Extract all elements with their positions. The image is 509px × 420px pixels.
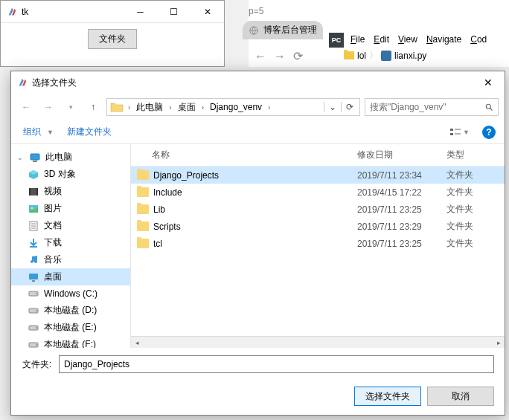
breadcrumb-item[interactable]: 桌面 (175, 101, 199, 114)
tree-item-doc[interactable]: 文档 (11, 217, 130, 234)
dialog-titlebar[interactable]: 选择文件夹 ✕ (11, 71, 505, 94)
chevron-right-icon[interactable]: › (199, 103, 207, 112)
breadcrumb-refresh-button[interactable]: ⟳ (341, 102, 358, 112)
file-row[interactable]: Lib2019/7/11 23:25文件夹 (131, 201, 505, 218)
scroll-left-icon[interactable]: ◂ (131, 337, 143, 348)
svg-rect-11 (36, 188, 38, 196)
feather-icon (17, 77, 28, 88)
tree-item-drive[interactable]: 本地磁盘 (E:) (11, 319, 130, 336)
file-type: 文件夹 (446, 169, 499, 181)
minimize-button[interactable]: ─ (124, 1, 157, 22)
svg-point-24 (36, 310, 37, 311)
menu-view[interactable]: View (395, 33, 420, 46)
tree-item-3d[interactable]: 3D 对象 (11, 166, 130, 183)
folder-button[interactable]: 文件夹 (88, 29, 137, 49)
file-date: 2019/7/11 23:25 (357, 204, 446, 215)
nav-back-button[interactable]: ← (17, 98, 35, 116)
tree-item-desktop[interactable]: 桌面 (11, 268, 130, 285)
back-icon[interactable]: ← (254, 50, 266, 63)
folder-icon (137, 239, 149, 248)
menu-edit[interactable]: Edit (371, 33, 392, 46)
breadcrumb-item[interactable]: 此电脑 (133, 101, 166, 114)
view-options-button[interactable]: ▼ (446, 125, 473, 140)
feather-icon (7, 7, 17, 17)
desktop-icon (28, 271, 39, 283)
forward-icon[interactable]: → (274, 50, 286, 63)
reload-icon[interactable]: ⟳ (293, 49, 303, 63)
tk-title: tk (22, 7, 124, 17)
breadcrumb-dropdown-button[interactable]: ⌄ (324, 102, 341, 112)
tree-item-label: 图片 (44, 202, 62, 215)
menu-navigate[interactable]: Navigate (423, 33, 464, 46)
maximize-button[interactable]: ☐ (157, 1, 191, 22)
chevron-right-icon[interactable]: › (265, 103, 273, 112)
nav-forward-button[interactable]: → (39, 98, 57, 116)
tree-item-label: 音乐 (44, 253, 62, 266)
scroll-right-icon[interactable]: ▸ (493, 337, 505, 348)
tk-titlebar[interactable]: tk ─ ☐ ✕ (1, 1, 224, 23)
menu-file[interactable]: File (348, 33, 368, 46)
breadcrumb-item[interactable]: Django_venv (207, 102, 265, 112)
ide-icon: PC (329, 33, 344, 48)
file-row[interactable]: Scripts2019/7/11 23:29文件夹 (131, 218, 505, 235)
help-button[interactable]: ? (482, 126, 496, 139)
column-name[interactable]: 名称 (137, 149, 357, 161)
organize-menu[interactable]: 组织 (20, 126, 44, 138)
tree-item-label: 桌面 (44, 271, 62, 283)
tree-item-drive[interactable]: 本地磁盘 (D:) (11, 302, 130, 319)
folder-icon (344, 51, 354, 59)
tree-item-label: 视频 (44, 185, 62, 198)
drive-icon (28, 288, 39, 300)
tree-item-download[interactable]: 下载 (11, 234, 130, 251)
file-list-header[interactable]: 名称 修改日期 类型 (131, 144, 505, 167)
tree-item-picture[interactable]: 图片 (11, 200, 130, 217)
crumb-folder[interactable]: lol (357, 51, 366, 61)
file-row[interactable]: Include2019/4/15 17:22文件夹 (131, 184, 505, 201)
tree-item-video[interactable]: 视频 (11, 183, 130, 200)
tree-item-pc[interactable]: ⌄此电脑 (11, 149, 130, 166)
file-row[interactable]: tcl2019/7/11 23:25文件夹 (131, 235, 505, 252)
file-type: 文件夹 (446, 220, 499, 233)
svg-rect-8 (33, 161, 37, 162)
nav-recent-button[interactable]: ▾ (62, 98, 80, 116)
search-box[interactable] (365, 98, 499, 116)
dialog-close-button[interactable]: ✕ (473, 72, 503, 93)
tree-item-drive[interactable]: 本地磁盘 (F:) (11, 336, 130, 348)
horizontal-scrollbar[interactable]: ◂ ▸ (131, 336, 505, 348)
filename-row: 文件夹: (11, 348, 505, 381)
svg-point-28 (36, 344, 37, 346)
select-folder-button[interactable]: 选择文件夹 (354, 387, 421, 406)
file-name-label: Scripts (153, 222, 181, 232)
file-name-label: Django_Projects (153, 170, 219, 181)
file-type: 文件夹 (446, 203, 499, 216)
browser-tab[interactable]: 博客后台管理 (243, 21, 323, 39)
file-list[interactable]: Django_Projects2019/7/11 23:34文件夹Include… (131, 167, 505, 336)
chevron-right-icon[interactable]: › (166, 103, 174, 112)
tree-item-music[interactable]: 音乐 (11, 251, 130, 268)
search-icon[interactable] (484, 102, 493, 112)
filename-input[interactable] (59, 355, 494, 373)
nav-up-button[interactable]: ↑ (84, 98, 102, 116)
collapse-icon[interactable]: ⌄ (17, 154, 25, 161)
menu-code[interactable]: Cod (467, 33, 490, 46)
file-date: 2019/7/11 23:25 (357, 239, 446, 249)
close-button[interactable]: ✕ (191, 1, 224, 22)
search-input[interactable] (370, 102, 481, 112)
new-folder-button[interactable]: 新建文件夹 (64, 126, 115, 138)
crumb-file[interactable]: lianxi.py (394, 51, 426, 61)
cancel-button[interactable]: 取消 (427, 387, 494, 406)
toolbar: 组织 ▼ 新建文件夹 ▼ ? (11, 120, 505, 144)
column-date[interactable]: 修改日期 (357, 149, 446, 161)
tree-item-drive[interactable]: Windows (C:) (11, 285, 130, 302)
breadcrumb-bar[interactable]: › 此电脑 › 桌面 › Django_venv › ⌄ ⟳ (106, 98, 360, 116)
file-row[interactable]: Django_Projects2019/7/11 23:34文件夹 (131, 167, 505, 184)
column-type[interactable]: 类型 (446, 149, 499, 161)
chevron-right-icon[interactable]: › (125, 103, 133, 112)
globe-icon (249, 25, 259, 36)
file-date: 2019/4/15 17:22 (357, 187, 446, 198)
doc-icon (28, 220, 39, 232)
filename-label: 文件夹: (22, 358, 51, 371)
folder-tree[interactable]: ⌄此电脑3D 对象视频图片文档下载音乐桌面Windows (C:)本地磁盘 (D… (11, 144, 130, 348)
picture-icon (28, 203, 39, 215)
pc-icon (29, 152, 41, 164)
